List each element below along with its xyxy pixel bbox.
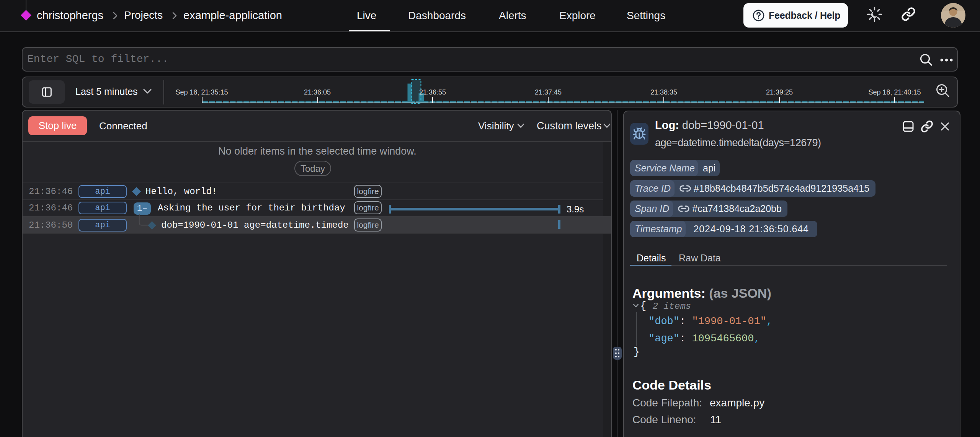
svg-text:21:36:55: 21:36:55 <box>419 88 446 96</box>
svg-text:21:38:35: 21:38:35 <box>650 88 677 96</box>
svg-text:21:39:25: 21:39:25 <box>766 88 793 96</box>
svg-text:21:36:05: 21:36:05 <box>304 88 331 96</box>
svg-text:21:37:45: 21:37:45 <box>535 88 562 96</box>
svg-text:Sep 18, 21:40:15: Sep 18, 21:40:15 <box>868 88 921 96</box>
svg-text:Sep 18, 21:35:15: Sep 18, 21:35:15 <box>175 88 228 96</box>
